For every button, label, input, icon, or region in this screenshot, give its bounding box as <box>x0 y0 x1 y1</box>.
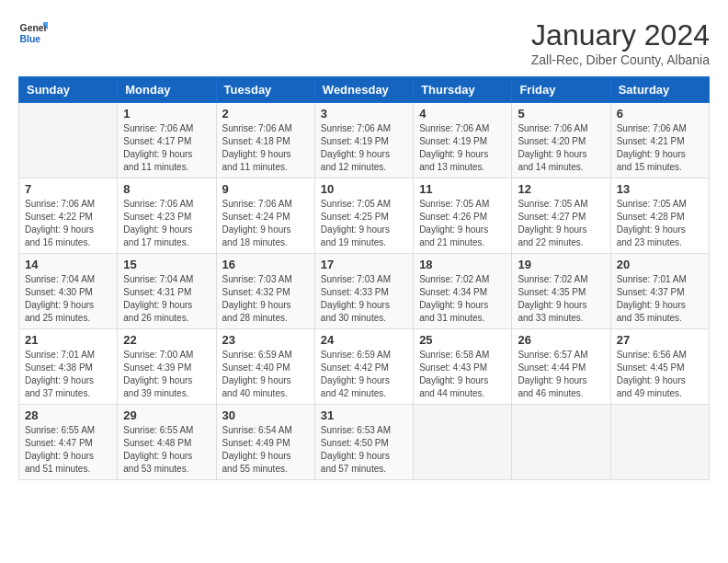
day-info: Sunrise: 7:02 AMSunset: 4:34 PMDaylight:… <box>419 273 506 325</box>
day-info: Sunrise: 6:53 AMSunset: 4:50 PMDaylight:… <box>321 424 407 476</box>
weekday-header-cell: Sunday <box>19 77 118 103</box>
calendar-cell: 21Sunrise: 7:01 AMSunset: 4:38 PMDayligh… <box>19 329 118 405</box>
day-number: 8 <box>123 182 210 196</box>
calendar-cell <box>610 405 709 480</box>
day-info: Sunrise: 7:06 AMSunset: 4:18 PMDaylight:… <box>222 122 309 174</box>
calendar-cell: 1Sunrise: 7:06 AMSunset: 4:17 PMDaylight… <box>118 103 216 178</box>
weekday-header-cell: Wednesday <box>314 77 413 103</box>
calendar-cell <box>414 405 512 480</box>
day-info: Sunrise: 7:01 AMSunset: 4:38 PMDaylight:… <box>25 349 111 400</box>
day-number: 20 <box>617 258 703 271</box>
calendar-cell <box>512 405 610 480</box>
day-info: Sunrise: 7:03 AMSunset: 4:32 PMDaylight:… <box>222 273 309 325</box>
calendar-cell: 18Sunrise: 7:02 AMSunset: 4:34 PMDayligh… <box>414 254 512 329</box>
day-number: 12 <box>518 182 604 196</box>
calendar-cell: 9Sunrise: 7:06 AMSunset: 4:24 PMDaylight… <box>216 178 314 254</box>
day-info: Sunrise: 7:06 AMSunset: 4:17 PMDaylight:… <box>123 122 210 174</box>
weekday-header-cell: Tuesday <box>216 77 314 103</box>
day-info: Sunrise: 7:06 AMSunset: 4:21 PMDaylight:… <box>617 122 703 174</box>
calendar-week-row: 14Sunrise: 7:04 AMSunset: 4:30 PMDayligh… <box>19 254 710 329</box>
calendar-table: SundayMondayTuesdayWednesdayThursdayFrid… <box>18 76 710 480</box>
calendar-cell: 2Sunrise: 7:06 AMSunset: 4:18 PMDaylight… <box>216 103 314 178</box>
day-info: Sunrise: 7:05 AMSunset: 4:27 PMDaylight:… <box>518 198 604 249</box>
calendar-cell: 25Sunrise: 6:58 AMSunset: 4:43 PMDayligh… <box>414 329 512 405</box>
calendar-cell: 11Sunrise: 7:05 AMSunset: 4:26 PMDayligh… <box>414 178 512 254</box>
day-number: 29 <box>123 408 210 422</box>
calendar-cell: 31Sunrise: 6:53 AMSunset: 4:50 PMDayligh… <box>314 405 413 480</box>
location-subtitle: Zall-Rec, Diber County, Albania <box>531 52 710 67</box>
calendar-cell: 15Sunrise: 7:04 AMSunset: 4:31 PMDayligh… <box>118 254 216 329</box>
day-number: 2 <box>222 107 309 121</box>
day-number: 27 <box>617 333 703 347</box>
calendar-cell: 30Sunrise: 6:54 AMSunset: 4:49 PMDayligh… <box>216 405 314 480</box>
day-number: 15 <box>123 258 210 271</box>
calendar-cell: 22Sunrise: 7:00 AMSunset: 4:39 PMDayligh… <box>118 329 216 405</box>
day-number: 25 <box>419 333 506 347</box>
day-number: 13 <box>617 182 703 196</box>
day-info: Sunrise: 6:59 AMSunset: 4:42 PMDaylight:… <box>321 349 407 400</box>
month-title: January 2024 <box>531 18 710 52</box>
day-info: Sunrise: 7:02 AMSunset: 4:35 PMDaylight:… <box>518 273 604 325</box>
day-number: 5 <box>518 107 604 121</box>
weekday-header-row: SundayMondayTuesdayWednesdayThursdayFrid… <box>19 77 710 103</box>
day-info: Sunrise: 7:06 AMSunset: 4:22 PMDaylight:… <box>25 198 111 249</box>
day-number: 31 <box>321 408 407 422</box>
day-info: Sunrise: 7:05 AMSunset: 4:25 PMDaylight:… <box>321 198 407 249</box>
calendar-cell: 6Sunrise: 7:06 AMSunset: 4:21 PMDaylight… <box>610 103 709 178</box>
day-number: 4 <box>419 107 506 121</box>
weekday-header-cell: Monday <box>118 77 216 103</box>
day-info: Sunrise: 7:06 AMSunset: 4:19 PMDaylight:… <box>419 122 506 174</box>
day-info: Sunrise: 6:55 AMSunset: 4:48 PMDaylight:… <box>123 424 210 476</box>
weekday-header-cell: Saturday <box>610 77 709 103</box>
day-info: Sunrise: 7:05 AMSunset: 4:26 PMDaylight:… <box>419 198 506 249</box>
calendar-cell: 12Sunrise: 7:05 AMSunset: 4:27 PMDayligh… <box>512 178 610 254</box>
day-number: 21 <box>25 333 111 347</box>
day-number: 30 <box>222 408 309 422</box>
calendar-body: 1Sunrise: 7:06 AMSunset: 4:17 PMDaylight… <box>19 103 710 480</box>
svg-text:Blue: Blue <box>20 34 41 44</box>
calendar-week-row: 21Sunrise: 7:01 AMSunset: 4:38 PMDayligh… <box>19 329 710 405</box>
calendar-week-row: 7Sunrise: 7:06 AMSunset: 4:22 PMDaylight… <box>19 178 710 254</box>
logo-icon: General Blue <box>18 18 48 48</box>
calendar-cell: 7Sunrise: 7:06 AMSunset: 4:22 PMDaylight… <box>19 178 118 254</box>
day-number: 17 <box>321 258 407 271</box>
day-number: 19 <box>518 258 604 271</box>
calendar-cell: 17Sunrise: 7:03 AMSunset: 4:33 PMDayligh… <box>314 254 413 329</box>
calendar-cell: 24Sunrise: 6:59 AMSunset: 4:42 PMDayligh… <box>314 329 413 405</box>
calendar-cell: 8Sunrise: 7:06 AMSunset: 4:23 PMDaylight… <box>118 178 216 254</box>
day-number: 10 <box>321 182 407 196</box>
title-block: January 2024 Zall-Rec, Diber County, Alb… <box>531 18 710 67</box>
calendar-cell: 4Sunrise: 7:06 AMSunset: 4:19 PMDaylight… <box>414 103 512 178</box>
day-number: 24 <box>321 333 407 347</box>
day-number: 1 <box>123 107 210 121</box>
day-info: Sunrise: 6:59 AMSunset: 4:40 PMDaylight:… <box>222 349 309 400</box>
day-info: Sunrise: 7:03 AMSunset: 4:33 PMDaylight:… <box>321 273 407 325</box>
day-number: 23 <box>222 333 309 347</box>
calendar-cell: 23Sunrise: 6:59 AMSunset: 4:40 PMDayligh… <box>216 329 314 405</box>
calendar-week-row: 28Sunrise: 6:55 AMSunset: 4:47 PMDayligh… <box>19 405 710 480</box>
day-number: 6 <box>617 107 703 121</box>
day-number: 9 <box>222 182 309 196</box>
day-info: Sunrise: 6:56 AMSunset: 4:45 PMDaylight:… <box>617 349 703 400</box>
calendar-cell: 13Sunrise: 7:05 AMSunset: 4:28 PMDayligh… <box>610 178 709 254</box>
day-number: 14 <box>25 258 111 271</box>
day-info: Sunrise: 7:00 AMSunset: 4:39 PMDaylight:… <box>123 349 210 400</box>
day-number: 16 <box>222 258 309 271</box>
day-info: Sunrise: 6:55 AMSunset: 4:47 PMDaylight:… <box>25 424 111 476</box>
calendar-cell: 16Sunrise: 7:03 AMSunset: 4:32 PMDayligh… <box>216 254 314 329</box>
day-number: 3 <box>321 107 407 121</box>
day-number: 18 <box>419 258 506 271</box>
page-header: General Blue January 2024 Zall-Rec, Dibe… <box>18 18 710 67</box>
day-info: Sunrise: 6:57 AMSunset: 4:44 PMDaylight:… <box>518 349 604 400</box>
day-number: 28 <box>25 408 111 422</box>
weekday-header-cell: Thursday <box>414 77 512 103</box>
calendar-cell: 20Sunrise: 7:01 AMSunset: 4:37 PMDayligh… <box>610 254 709 329</box>
day-number: 22 <box>123 333 210 347</box>
calendar-cell: 26Sunrise: 6:57 AMSunset: 4:44 PMDayligh… <box>512 329 610 405</box>
day-info: Sunrise: 7:06 AMSunset: 4:20 PMDaylight:… <box>518 122 604 174</box>
day-number: 11 <box>419 182 506 196</box>
day-number: 26 <box>518 333 604 347</box>
calendar-cell <box>19 103 118 178</box>
calendar-cell: 28Sunrise: 6:55 AMSunset: 4:47 PMDayligh… <box>19 405 118 480</box>
calendar-cell: 19Sunrise: 7:02 AMSunset: 4:35 PMDayligh… <box>512 254 610 329</box>
